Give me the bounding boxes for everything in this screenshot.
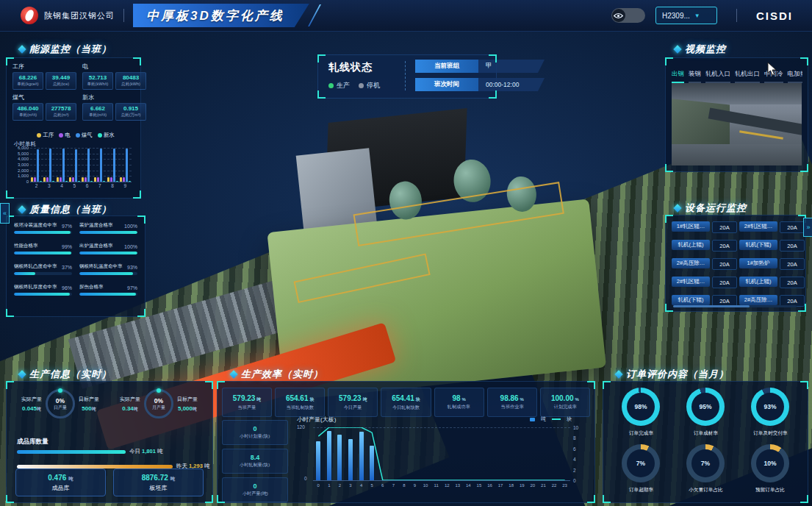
efficiency-card: 654.61块当班轧制块数	[275, 388, 325, 417]
bar-工序	[94, 177, 96, 182]
output-x-tick: 0	[313, 483, 324, 488]
energy-x-tick: 6	[81, 183, 93, 188]
quality-item: 性能合格率99%	[14, 243, 72, 254]
efficiency-card-label: 轧制成功率	[448, 404, 470, 410]
right-panel-collapse-handle[interactable]: »	[803, 218, 812, 237]
energy-bar-groups	[30, 148, 132, 182]
bar-电	[85, 177, 87, 182]
corner-decoration	[137, 215, 145, 224]
video-tab-电加热[interactable]: 电加热	[788, 70, 803, 83]
device-label-button[interactable]: 1#加热炉	[739, 258, 777, 268]
cctv-frame[interactable]	[672, 83, 802, 165]
cisdi-logo: CISDI	[756, 10, 793, 22]
video-tab-轧机入口[interactable]: 轧机入口	[705, 70, 730, 83]
device-label-button[interactable]: 轧机(下辊)	[672, 295, 710, 305]
quality-item: 出炉温度合格率100%	[79, 243, 137, 254]
device-label-button[interactable]: 1#轧区辊…	[672, 221, 710, 232]
energy-value: 39.449	[47, 74, 75, 81]
quality-progress-track	[79, 252, 137, 254]
order-donut-订单成材率: 95%订单成材率	[675, 388, 736, 437]
quality-progress-track	[14, 293, 72, 296]
energy-x-axis: 23456789	[30, 183, 132, 188]
bar-工序	[43, 177, 46, 182]
quality-item-label: 钢板终轧温度命中率	[79, 263, 123, 270]
device-scrollbar[interactable]	[673, 305, 797, 307]
output-x-tick: 18	[506, 483, 517, 488]
quality-item: 板坯冷装温度命中率97%	[14, 222, 72, 234]
video-panel-title: 视频监控	[685, 43, 726, 56]
energy-unit-label: 单耗(kgce/t)	[15, 81, 41, 87]
shift-time-value: 00:00-12:00	[478, 78, 545, 91]
inventory-bar-unit: 吨	[156, 448, 163, 455]
corner-decoration	[587, 495, 595, 503]
energy-value-box: 6.662单耗(m³/t)	[82, 103, 113, 121]
energy-value: 277578	[47, 105, 75, 112]
orders-panel: 98%订单完成率95%订单成材率93%订单及时交付率7%订单超期率7%小欠量订单…	[603, 381, 808, 503]
stat-unit: 吨	[68, 476, 73, 481]
cctv-floor	[672, 144, 802, 165]
output-x-tick: 6	[377, 483, 388, 488]
video-tab-装钢[interactable]: 装钢	[689, 70, 701, 83]
quality-item-value: 96%	[62, 285, 72, 291]
device-scrollbar-thumb[interactable]	[673, 305, 750, 307]
donut-ring: 7%	[686, 444, 725, 482]
energy-value-box: 0.915总耗(万m³)	[115, 103, 146, 121]
quality-progress-track	[79, 231, 137, 234]
donut-value: 95%	[686, 388, 725, 426]
corner-decoration	[800, 495, 808, 503]
energy-unit-label: 总耗(kWh)	[118, 81, 144, 87]
left-panel-collapse-handle[interactable]: «	[0, 203, 10, 224]
bar-电	[34, 177, 36, 182]
device-label-button[interactable]: 2#轧区辊…	[739, 221, 777, 232]
energy-value: 6.662	[84, 105, 112, 112]
donut-value: 10%	[751, 444, 789, 482]
inventory-bar-track	[17, 465, 173, 468]
video-tab-出钢[interactable]: 出钢	[672, 70, 684, 83]
inventory-bar-今日: 今日 1,801 吨	[17, 448, 162, 455]
energy-y-tick: 0	[11, 179, 29, 184]
donut-label: 订单成材率	[693, 430, 717, 437]
energy-value: 0.915	[117, 105, 145, 112]
energy-value: 52.713	[84, 74, 112, 81]
efficiency-card-unit: %	[520, 397, 524, 402]
donut-label: 预留订单占比	[755, 486, 785, 493]
energy-value: 80483	[117, 74, 145, 81]
efficiency-card-unit: 吨	[256, 397, 261, 402]
device-label-button[interactable]: 2#高压除…	[739, 295, 777, 305]
efficiency-card-value: 100.00%	[551, 394, 579, 402]
energy-value: 486.040	[14, 105, 42, 112]
device-label-button[interactable]: 2#轧区辊…	[672, 277, 710, 287]
output-x-tick: 1	[324, 483, 335, 488]
device-label-button[interactable]: 轧机(上辊)	[739, 277, 777, 287]
legend-item-新水: 新水	[98, 132, 115, 139]
efficiency-card-value: 579.23吨	[233, 394, 262, 403]
bar-工序	[69, 177, 71, 182]
device-label-button[interactable]: 2#高压除…	[672, 258, 710, 268]
monthly-progress-ring: 0% 月产量	[144, 389, 173, 418]
header-divider	[123, 9, 124, 22]
visibility-toggle[interactable]	[611, 8, 645, 23]
device-current-value: 20A	[712, 277, 737, 288]
corner-decoration	[217, 381, 225, 389]
quality-item-value: 100%	[124, 224, 137, 229]
output-x-tick: 8	[399, 483, 410, 488]
device-label-button[interactable]: 轧机(下辊)	[739, 240, 777, 250]
stat-unit: 吨	[170, 476, 176, 481]
corner-decoration	[798, 304, 806, 312]
stat-label: 板坯库	[150, 484, 168, 492]
donut-label: 订单完成率	[628, 430, 653, 437]
corner-decoration	[6, 57, 14, 65]
hourly-output-chart: 小时产量(大板) 吨 块 120 0 012345678910111213141…	[294, 416, 589, 498]
video-tab-轧机出口[interactable]: 轧机出口	[735, 70, 760, 83]
efficiency-card: 98.86%当班作业率	[487, 388, 537, 417]
quality-item-label: 出炉温度合格率	[79, 243, 113, 249]
line-select-dropdown[interactable]: H2309... ▼	[655, 7, 717, 24]
corner-decoration	[6, 495, 14, 503]
diamond-icon	[18, 45, 26, 53]
dashboard-root: 陕钢集团汉钢公司 中厚板3D数字化产线 H2309... ▼ CISDI 能源监…	[0, 0, 812, 506]
device-label-button[interactable]: 轧机(上辊)	[672, 240, 710, 250]
quality-grid: 板坯冷装温度命中率97%装炉温度合格率100%性能合格率99%出炉温度合格率10…	[14, 222, 137, 296]
side-card-value: 8.4	[251, 454, 260, 461]
output-x-tick: 20	[528, 483, 539, 488]
line-select-value: H2309...	[662, 12, 690, 20]
